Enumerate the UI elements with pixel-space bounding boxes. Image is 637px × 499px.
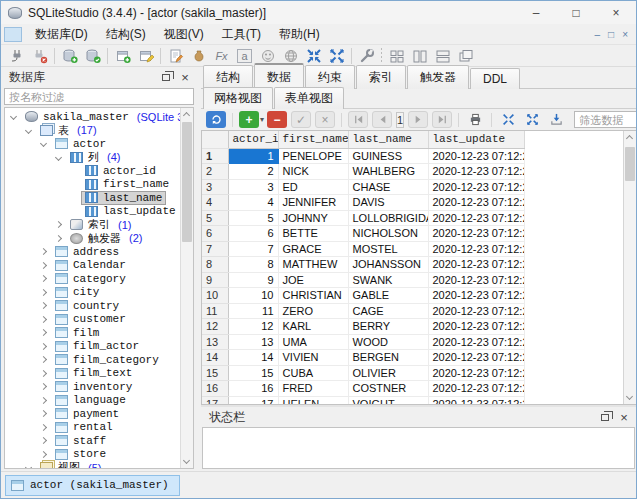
- tab-触发器[interactable]: 触发器: [407, 65, 469, 89]
- chevron-right-icon[interactable]: [55, 221, 62, 228]
- configuration-button[interactable]: [355, 46, 378, 66]
- column-header-actor_id[interactable]: actor_id: [228, 131, 278, 148]
- cell-last_name[interactable]: CAGE: [348, 303, 428, 319]
- cell-last_update[interactable]: 2020-12-23 07:12:29: [428, 226, 524, 242]
- cell-last_name[interactable]: BERRY: [348, 319, 428, 335]
- cell-first_name[interactable]: JENNIFER: [278, 195, 348, 211]
- page-number-box[interactable]: 1: [396, 112, 404, 128]
- tree-item-film_actor[interactable]: film_actor: [5, 340, 180, 354]
- row-number-cell[interactable]: 3: [202, 179, 228, 195]
- cell-last_update[interactable]: 2020-12-23 07:12:29: [428, 148, 524, 164]
- tree-item-last_update[interactable]: last_update: [5, 205, 180, 219]
- cell-first_name[interactable]: VIVIEN: [278, 350, 348, 366]
- tree-item-sakila_master[interactable]: sakila_master(SQLite 3): [5, 110, 180, 124]
- chevron-right-icon[interactable]: [40, 289, 47, 296]
- chevron-right-icon[interactable]: [40, 329, 47, 336]
- cell-first_name[interactable]: PENELOPE: [278, 148, 348, 164]
- chevron-right-icon[interactable]: [55, 235, 62, 242]
- tree-item-actor[interactable]: actor: [5, 137, 180, 151]
- cell-first_name[interactable]: ED: [278, 179, 348, 195]
- scroll-down-icon[interactable]: [626, 393, 633, 400]
- last-page-button[interactable]: [432, 111, 452, 128]
- menu-item[interactable]: 工具(T): [213, 24, 270, 45]
- prev-page-button[interactable]: [372, 111, 392, 128]
- cell-last_update[interactable]: 2020-12-23 07:12:29: [428, 381, 524, 397]
- mdi-cascade-layout-button[interactable]: [454, 46, 477, 66]
- tree-item-category[interactable]: category: [5, 272, 180, 286]
- cell-last_name[interactable]: JOHANSSON: [348, 257, 428, 273]
- tree-item-language[interactable]: language: [5, 394, 180, 408]
- tree-item-Calendar[interactable]: Calendar: [5, 259, 180, 273]
- chevron-right-icon[interactable]: [40, 397, 47, 404]
- expand-columns-button[interactable]: [522, 111, 542, 128]
- row-number-cell[interactable]: 17: [202, 396, 228, 404]
- tree-item-表[interactable]: 表(17): [5, 124, 180, 138]
- add-database-button[interactable]: [58, 46, 81, 66]
- insert-row-dropdown-icon[interactable]: ▾: [260, 115, 264, 124]
- chevron-down-icon[interactable]: [25, 127, 32, 134]
- chevron-right-icon[interactable]: [40, 383, 47, 390]
- cell-actor_id[interactable]: 8: [228, 257, 278, 273]
- grid-scrollbar-thumb[interactable]: [625, 147, 635, 181]
- row-number-cell[interactable]: 14: [202, 350, 228, 366]
- cell-first_name[interactable]: ZERO: [278, 303, 348, 319]
- cell-last_name[interactable]: GABLE: [348, 288, 428, 304]
- row-number-cell[interactable]: 8: [202, 257, 228, 273]
- tree-item-actor_id[interactable]: actor_id: [5, 164, 180, 178]
- cell-actor_id[interactable]: 17: [228, 396, 278, 404]
- cell-last_name[interactable]: LOLLOBRIGIDA: [348, 210, 428, 226]
- row-number-cell[interactable]: 7: [202, 241, 228, 257]
- print-button[interactable]: [465, 111, 485, 128]
- tree-item-last_name[interactable]: last_name: [5, 191, 180, 205]
- tree-item-触发器[interactable]: 触发器(2): [5, 232, 180, 246]
- cell-first_name[interactable]: UMA: [278, 334, 348, 350]
- mdi-horizontal-layout-button[interactable]: [431, 46, 454, 66]
- edit-database-button[interactable]: [81, 46, 104, 66]
- cell-last_name[interactable]: OLIVIER: [348, 365, 428, 381]
- cell-actor_id[interactable]: 4: [228, 195, 278, 211]
- cell-actor_id[interactable]: 7: [228, 241, 278, 257]
- chevron-right-icon[interactable]: [40, 410, 47, 417]
- tab-索引[interactable]: 索引: [356, 65, 406, 89]
- chevron-down-icon[interactable]: [25, 464, 32, 468]
- chevron-right-icon[interactable]: [40, 302, 47, 309]
- column-header-last_name[interactable]: last_name: [348, 131, 428, 148]
- chevron-right-icon[interactable]: [40, 437, 47, 444]
- close-button[interactable]: ×: [596, 1, 636, 24]
- cell-first_name[interactable]: JOE: [278, 272, 348, 288]
- maximize-button[interactable]: □: [556, 1, 596, 24]
- tree-item-rental[interactable]: rental: [5, 421, 180, 435]
- scroll-up-icon[interactable]: [183, 112, 190, 119]
- minimize-button[interactable]: –: [516, 1, 556, 24]
- cell-first_name[interactable]: FRED: [278, 381, 348, 397]
- cell-last_update[interactable]: 2020-12-23 07:12:29: [428, 350, 524, 366]
- menu-item[interactable]: 数据库(D): [26, 24, 97, 45]
- mdi-minimize-button[interactable]: –: [595, 29, 601, 40]
- tree-scrollbar[interactable]: [180, 108, 193, 468]
- data-filter-input[interactable]: [574, 111, 637, 128]
- collapse-all-windows-button[interactable]: [302, 46, 325, 66]
- cell-last_name[interactable]: SWANK: [348, 272, 428, 288]
- cell-last_update[interactable]: 2020-12-23 07:12:29: [428, 241, 524, 257]
- tree-item-film_text[interactable]: film_text: [5, 367, 180, 381]
- chevron-right-icon[interactable]: [40, 424, 47, 431]
- cell-last_update[interactable]: 2020-12-23 07:12:29: [428, 179, 524, 195]
- cell-last_update[interactable]: 2020-12-23 07:12:29: [428, 195, 524, 211]
- collations-editor-button[interactable]: a: [233, 46, 256, 66]
- column-header-last_update[interactable]: last_update: [428, 131, 524, 148]
- row-number-cell[interactable]: 15: [202, 365, 228, 381]
- chevron-down-icon[interactable]: [10, 113, 17, 120]
- cell-last_name[interactable]: DAVIS: [348, 195, 428, 211]
- insert-row-button[interactable]: +: [239, 111, 259, 128]
- mdi-grid-layout-button[interactable]: [385, 46, 408, 66]
- load-full-data-button[interactable]: [546, 111, 566, 128]
- cell-first_name[interactable]: KARL: [278, 319, 348, 335]
- tree-item-索引[interactable]: 索引(1): [5, 218, 180, 232]
- cell-last_name[interactable]: CHASE: [348, 179, 428, 195]
- next-page-button[interactable]: [408, 111, 428, 128]
- cell-last_name[interactable]: BERGEN: [348, 350, 428, 366]
- cell-actor_id[interactable]: 2: [228, 164, 278, 180]
- delete-row-button[interactable]: −: [267, 111, 287, 128]
- cell-last_name[interactable]: COSTNER: [348, 381, 428, 397]
- chevron-down-icon[interactable]: [55, 154, 62, 161]
